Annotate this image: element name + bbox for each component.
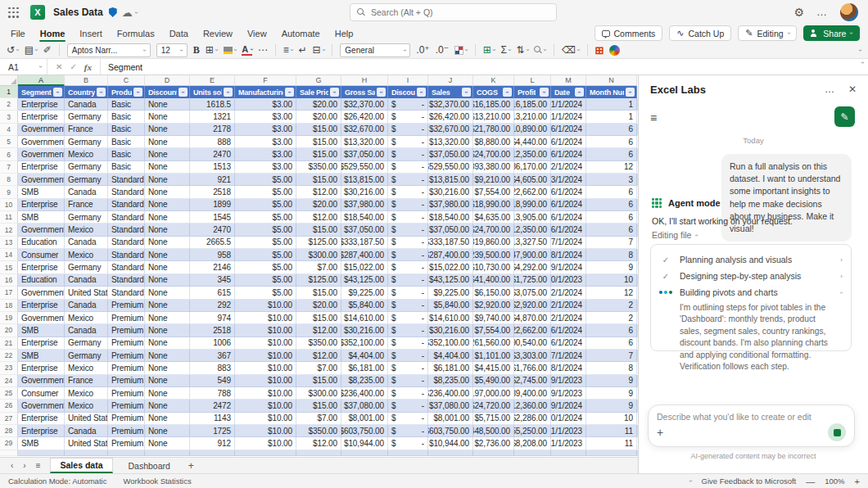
cell[interactable]: $1,725.00 bbox=[514, 274, 551, 287]
autosave-cloud-icon[interactable]: ☁ bbox=[122, 7, 133, 18]
cell[interactable]: Germany bbox=[65, 161, 108, 174]
cell[interactable]: 6/1/2024 bbox=[551, 124, 586, 136]
cell[interactable]: $15.00 bbox=[296, 287, 341, 299]
cell[interactable]: $15.00 bbox=[296, 136, 341, 148]
cell[interactable]: $30,216.00 bbox=[341, 186, 388, 198]
cell[interactable] bbox=[514, 450, 551, 456]
cell[interactable]: 1725 bbox=[190, 425, 235, 437]
row-number-12[interactable]: 12 bbox=[0, 224, 18, 236]
cell[interactable]: $8,235.00 bbox=[341, 375, 388, 387]
cell[interactable]: $20.00 bbox=[296, 300, 341, 312]
cell[interactable]: $7,554.00 bbox=[473, 324, 514, 337]
cell[interactable]: $529,550.00 bbox=[428, 161, 473, 174]
cell[interactable]: France bbox=[65, 375, 108, 387]
cell[interactable]: 2/1/2024 bbox=[551, 300, 586, 312]
cell[interactable]: Mexico bbox=[65, 362, 108, 374]
cell[interactable]: 1/1/2024 bbox=[551, 111, 586, 123]
cell[interactable]: 11 bbox=[586, 425, 637, 437]
cell[interactable]: None bbox=[145, 362, 190, 374]
cell[interactable]: $350.00 bbox=[296, 337, 341, 350]
cell[interactable]: $- bbox=[388, 413, 428, 425]
title-chevron-icon[interactable]: › bbox=[133, 11, 140, 14]
cell[interactable]: $7.00 bbox=[296, 362, 341, 374]
cell[interactable]: $10.00 bbox=[235, 362, 296, 374]
cell[interactable]: $319,860.00 bbox=[473, 237, 514, 249]
cell[interactable]: None bbox=[145, 111, 190, 123]
cell[interactable]: $448,500.00 bbox=[473, 425, 514, 437]
cell[interactable]: $24,700.00 bbox=[473, 148, 514, 160]
cell[interactable]: None bbox=[145, 224, 190, 236]
cell[interactable]: Standard bbox=[108, 211, 145, 224]
row-number-21[interactable]: 21 bbox=[0, 337, 18, 350]
cell[interactable]: $5.00 bbox=[235, 274, 296, 287]
cell[interactable]: $10.00 bbox=[235, 400, 296, 412]
cell[interactable]: $5,840.00 bbox=[428, 300, 473, 312]
cell[interactable]: $10,944.00 bbox=[341, 437, 388, 450]
cell[interactable]: Premium bbox=[108, 375, 145, 387]
column-letter-I[interactable]: I bbox=[388, 75, 428, 86]
cell[interactable]: $6,150.00 bbox=[473, 287, 514, 299]
cell[interactable]: None bbox=[145, 387, 190, 400]
cell[interactable]: None bbox=[145, 413, 190, 425]
app-launcher-icon[interactable] bbox=[8, 7, 19, 18]
cell[interactable] bbox=[190, 450, 235, 456]
cell[interactable]: None bbox=[145, 148, 190, 160]
cell[interactable]: Standard bbox=[108, 287, 145, 299]
cell[interactable]: $- bbox=[388, 124, 428, 136]
cell[interactable]: $- bbox=[388, 324, 428, 337]
cell[interactable]: 6 bbox=[586, 224, 637, 236]
cell[interactable]: Enterprise bbox=[18, 111, 65, 123]
cell[interactable]: Enterprise bbox=[18, 300, 65, 312]
cell[interactable]: $- bbox=[388, 161, 428, 174]
copilot-icon[interactable] bbox=[609, 45, 620, 56]
table-header-cell[interactable]: Manufacturing price› bbox=[235, 86, 296, 98]
row-number-25[interactable]: 25 bbox=[0, 387, 18, 400]
table-header-cell[interactable]: Product› bbox=[108, 86, 145, 98]
cell[interactable]: $3.00 bbox=[235, 148, 296, 160]
filter-button[interactable]: › bbox=[377, 88, 386, 97]
cell[interactable]: $20.00 bbox=[296, 111, 341, 123]
cell[interactable]: $2,920.00 bbox=[514, 300, 551, 312]
table-header-cell[interactable]: Month Number› bbox=[586, 86, 637, 98]
cell[interactable]: $15.00 bbox=[296, 375, 341, 387]
cell[interactable]: $15.00 bbox=[296, 400, 341, 412]
next-sheet-icon[interactable]: › bbox=[19, 461, 29, 470]
cell[interactable] bbox=[145, 450, 190, 456]
cell[interactable]: $236,400.00 bbox=[428, 387, 473, 400]
cell[interactable]: None bbox=[145, 261, 190, 273]
cell[interactable]: Canada bbox=[65, 300, 108, 312]
cell[interactable] bbox=[296, 450, 341, 456]
excel-labs-addin-icon[interactable]: ⊞ bbox=[595, 45, 604, 56]
cell[interactable] bbox=[551, 450, 586, 456]
cell[interactable]: Enterprise bbox=[18, 362, 65, 374]
cell[interactable]: Standard bbox=[108, 224, 145, 236]
cell[interactable]: Premium bbox=[108, 350, 145, 362]
cell[interactable]: $22,662.00 bbox=[514, 186, 551, 198]
cell[interactable]: Mexico bbox=[65, 148, 108, 160]
cell[interactable]: 2518 bbox=[190, 186, 235, 198]
cell[interactable]: 974 bbox=[190, 312, 235, 324]
cell[interactable]: $10.00 bbox=[235, 337, 296, 350]
menu-tab-view[interactable]: View bbox=[240, 26, 274, 41]
row-number-23[interactable]: 23 bbox=[0, 362, 18, 374]
cell[interactable]: 9/1/2023 bbox=[551, 387, 586, 400]
cell[interactable]: 2/1/2024 bbox=[551, 312, 586, 324]
cell[interactable]: Germany bbox=[65, 337, 108, 350]
cell[interactable]: 6/1/2024 bbox=[551, 148, 586, 160]
filter-button[interactable]: › bbox=[503, 88, 512, 97]
cell[interactable]: $287,400.00 bbox=[341, 249, 388, 261]
new-chat-button[interactable]: ✎ bbox=[834, 106, 855, 127]
menu-tab-formulas[interactable]: Formulas bbox=[110, 26, 162, 41]
cell[interactable]: Enterprise bbox=[18, 199, 65, 211]
cell[interactable]: 2146 bbox=[190, 261, 235, 273]
cell[interactable]: Canada bbox=[65, 237, 108, 249]
cell[interactable]: $393,380.00 bbox=[473, 161, 514, 174]
cell[interactable] bbox=[18, 450, 65, 456]
step-designing[interactable]: ✓ Designing step-by-step analysis › bbox=[659, 268, 843, 284]
cell[interactable]: Mexico bbox=[65, 312, 108, 324]
column-letter-K[interactable]: K bbox=[473, 75, 514, 86]
filter-button[interactable]: › bbox=[540, 88, 549, 97]
cell[interactable]: $15.00 bbox=[296, 174, 341, 186]
cell[interactable]: 9 bbox=[586, 375, 637, 387]
editing-mode-button[interactable]: ✎ Editing › bbox=[738, 25, 797, 41]
